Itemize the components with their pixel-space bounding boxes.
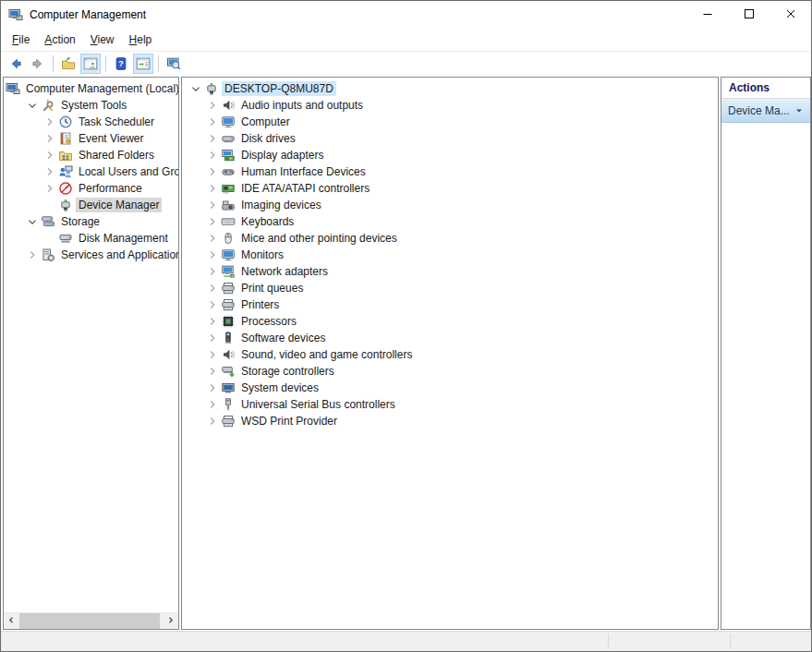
chevron-right-icon[interactable]	[204, 347, 221, 362]
tree-item-label: Universal Serial Bus controllers	[238, 397, 398, 412]
back-button[interactable]	[6, 54, 26, 74]
tree-item-label: Keyboards	[238, 214, 297, 229]
tree-item-print-queues[interactable]: Print queues	[182, 280, 718, 296]
forward-button[interactable]	[28, 54, 48, 74]
dropdown-arrow-icon[interactable]	[794, 106, 804, 115]
tree-item-display-adapters[interactable]: Display adapters	[182, 147, 718, 163]
content-area: Computer Management (Local)System ToolsT…	[1, 76, 811, 631]
chevron-right-icon[interactable]	[41, 148, 58, 163]
show-console-tree-toggle[interactable]	[80, 54, 101, 74]
tree-item-local-users-and-groups[interactable]: Local Users and Groups	[4, 163, 178, 180]
tree-item-task-scheduler[interactable]: Task Scheduler	[4, 114, 178, 130]
chevron-right-icon[interactable]	[204, 198, 221, 212]
chevron-right-icon[interactable]	[204, 264, 221, 279]
menu-file[interactable]: File	[5, 30, 37, 49]
chevron-right-icon[interactable]	[204, 297, 221, 312]
chevron-right-icon[interactable]	[204, 164, 221, 179]
chevron-right-icon[interactable]	[204, 397, 221, 412]
help-button[interactable]: ?	[111, 54, 131, 74]
scrollbar-thumb[interactable]	[19, 613, 160, 629]
chevron-right-icon[interactable]	[204, 98, 221, 113]
tree-item-services-and-applications[interactable]: Services and Applications	[4, 247, 178, 263]
tree-item-disk-drives[interactable]: Disk drives	[182, 130, 718, 147]
scroll-left-button[interactable]	[4, 613, 19, 629]
scroll-right-button[interactable]	[163, 613, 178, 629]
tree-item-computer-management-local[interactable]: Computer Management (Local)	[4, 80, 178, 97]
tree-item-label: IDE ATA/ATAPI controllers	[238, 181, 372, 196]
tree-item-performance[interactable]: Performance	[4, 180, 178, 197]
tree-item-universal-serial-bus-controllers[interactable]: Universal Serial Bus controllers	[182, 396, 718, 413]
menu-view[interactable]: View	[83, 30, 122, 49]
chevron-right-icon[interactable]	[204, 115, 221, 129]
tree-item-keyboards[interactable]: Keyboards	[182, 213, 718, 230]
chevron-right-icon[interactable]	[204, 414, 221, 429]
tree-item-software-devices[interactable]: Software devices	[182, 330, 718, 346]
tree-item-label: Storage controllers	[238, 364, 337, 379]
chevron-right-icon[interactable]	[41, 131, 58, 146]
tree-item-sound-video-and-game-controllers[interactable]: Sound, video and game controllers	[182, 346, 718, 363]
chevron-right-icon[interactable]	[204, 331, 221, 345]
menubar: FileActionViewHelp	[1, 29, 811, 52]
chevron-right-icon[interactable]	[204, 214, 221, 229]
tree-item-computer[interactable]: Computer	[182, 114, 718, 130]
up-one-level-button[interactable]	[58, 54, 79, 74]
tree-item-label: Computer	[238, 115, 293, 129]
tree-item-processors[interactable]: Processors	[182, 313, 718, 330]
menu-action[interactable]: Action	[37, 30, 82, 49]
chevron-down-icon[interactable]	[188, 81, 204, 96]
monitor-icon	[221, 115, 236, 129]
tree-item-label: Display adapters	[238, 148, 326, 163]
tree-item-system-devices[interactable]: System devices	[182, 380, 718, 396]
horizontal-scrollbar[interactable]	[4, 612, 178, 629]
tree-item-printers[interactable]: Printers	[182, 296, 718, 313]
tree-item-monitors[interactable]: Monitors	[182, 247, 718, 263]
chevron-right-icon[interactable]	[41, 164, 58, 179]
tree-item-network-adapters[interactable]: Network adapters	[182, 263, 718, 280]
action-item-device-ma[interactable]: Device Ma...	[721, 99, 810, 123]
usb-icon	[221, 397, 236, 412]
chevron-right-icon[interactable]	[204, 148, 221, 163]
scan-hardware-changes-button[interactable]	[164, 54, 184, 74]
gamepad-icon	[221, 164, 236, 179]
menu-help[interactable]: Help	[122, 30, 160, 49]
close-button[interactable]	[770, 1, 811, 29]
tree-item-event-viewer[interactable]: Event Viewer	[4, 130, 178, 147]
minimize-button[interactable]	[686, 1, 728, 29]
chevron-right-icon[interactable]	[204, 231, 221, 246]
chevron-right-icon[interactable]	[204, 380, 221, 395]
chevron-down-icon[interactable]	[23, 214, 41, 229]
chevron-right-icon[interactable]	[204, 281, 221, 296]
chevron-right-icon[interactable]	[204, 181, 221, 196]
tree-item-shared-folders[interactable]: Shared Folders	[4, 147, 178, 163]
chevron-right-icon[interactable]	[204, 131, 221, 146]
chevron-right-icon[interactable]	[204, 248, 221, 262]
speaker-icon	[221, 98, 236, 113]
tree-item-storage[interactable]: Storage	[4, 213, 178, 230]
tree-item-mice-and-other-pointing-devices[interactable]: Mice and other pointing devices	[182, 230, 718, 247]
chevron-right-icon[interactable]	[41, 115, 58, 129]
tree-item-label: Device Manager	[76, 198, 162, 212]
chevron-right-icon[interactable]	[41, 181, 58, 196]
chevron-right-icon[interactable]	[204, 314, 221, 329]
chevron-right-icon[interactable]	[204, 364, 221, 379]
tree-item-desktop-q8mu87d[interactable]: DESKTOP-Q8MU87D	[182, 80, 718, 97]
show-action-pane-toggle[interactable]	[133, 54, 153, 74]
toolbar-separator	[158, 55, 159, 72]
actions-item-list: Device Ma...	[721, 99, 810, 123]
tree-item-human-interface-devices[interactable]: Human Interface Devices	[182, 163, 718, 180]
tree-item-ide-ata-atapi-controllers[interactable]: IDE ATA/ATAPI controllers	[182, 180, 718, 197]
tree-item-wsd-print-provider[interactable]: WSD Print Provider	[182, 413, 718, 429]
tree-item-label: Disk Management	[76, 231, 171, 246]
tree-item-storage-controllers[interactable]: Storage controllers	[182, 363, 718, 380]
tree-item-disk-management[interactable]: Disk Management	[4, 230, 178, 247]
tree-item-device-manager[interactable]: Device Manager	[4, 197, 178, 213]
tree-item-imaging-devices[interactable]: Imaging devices	[182, 197, 718, 213]
titlebar[interactable]: Computer Management	[1, 1, 811, 29]
users-icon	[58, 164, 73, 179]
chevron-right-icon[interactable]	[23, 248, 41, 262]
maximize-button[interactable]	[728, 1, 770, 29]
chevron-down-icon[interactable]	[23, 98, 41, 113]
tree-item-label: Mice and other pointing devices	[238, 231, 400, 246]
tree-item-audio-inputs-and-outputs[interactable]: Audio inputs and outputs	[182, 97, 718, 114]
tree-item-system-tools[interactable]: System Tools	[4, 97, 178, 114]
